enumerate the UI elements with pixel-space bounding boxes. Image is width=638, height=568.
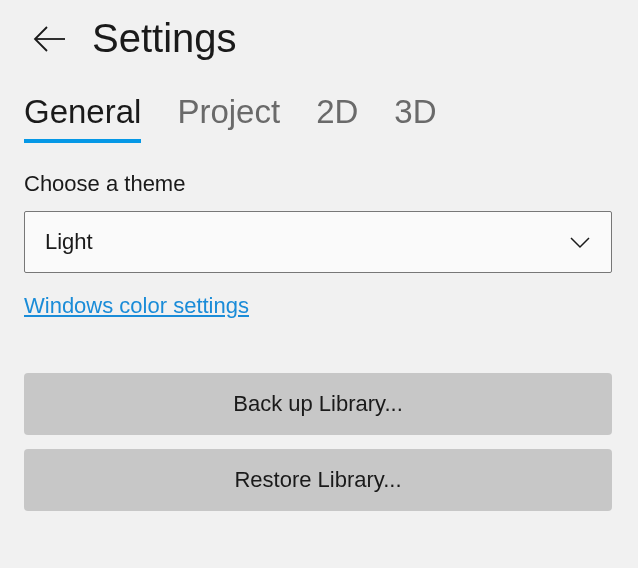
- tab-project[interactable]: Project: [177, 93, 280, 141]
- restore-library-button[interactable]: Restore Library...: [24, 449, 612, 511]
- content-area: Choose a theme Light Windows color setti…: [0, 141, 638, 511]
- windows-color-settings-link[interactable]: Windows color settings: [24, 293, 249, 319]
- tab-3d[interactable]: 3D: [394, 93, 436, 141]
- back-button[interactable]: [32, 21, 68, 57]
- backup-library-button[interactable]: Back up Library...: [24, 373, 612, 435]
- library-buttons: Back up Library... Restore Library...: [24, 373, 614, 511]
- arrow-left-icon: [33, 25, 67, 53]
- theme-selected-value: Light: [45, 229, 93, 255]
- tab-general[interactable]: General: [24, 93, 141, 141]
- tabs-bar: General Project 2D 3D: [0, 69, 638, 141]
- theme-dropdown[interactable]: Light: [24, 211, 612, 273]
- tab-2d[interactable]: 2D: [316, 93, 358, 141]
- header: Settings: [0, 0, 638, 69]
- page-title: Settings: [92, 16, 237, 61]
- theme-field-label: Choose a theme: [24, 171, 614, 197]
- chevron-down-icon: [569, 231, 591, 253]
